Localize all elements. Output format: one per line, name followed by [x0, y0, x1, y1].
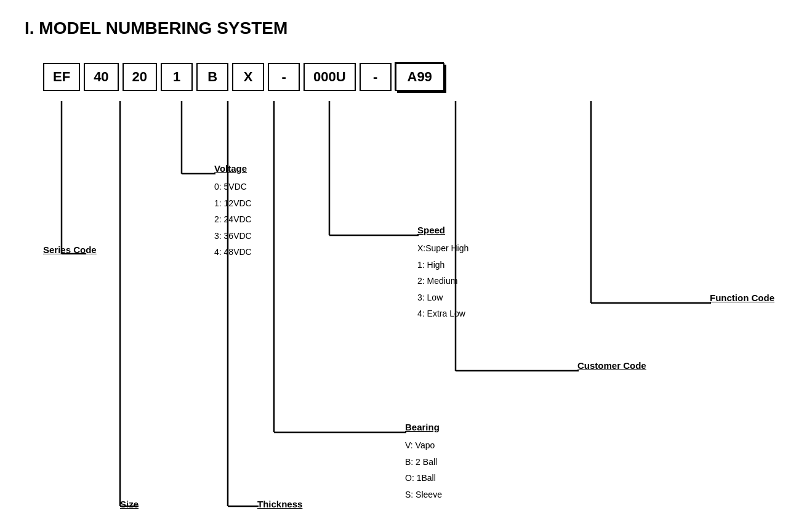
model-box-ef: EF — [43, 63, 80, 91]
model-box-40: 40 — [84, 63, 118, 91]
model-box-a99: A99 — [395, 63, 444, 91]
model-boxes-row: EF 40 20 1 B X - 000U - A99 — [43, 63, 447, 91]
model-box-dash2: - — [360, 63, 392, 91]
size-label: Size — [120, 499, 139, 509]
diagram-area: EF 40 20 1 B X - 000U - A99 Series Code … — [25, 63, 788, 529]
voltage-label: Voltage 0: 5VDC 1: 12VDC 2: 24VDC 3: 36V… — [214, 163, 252, 260]
model-box-20: 20 — [123, 63, 157, 91]
customer-code-label: Customer Code — [577, 360, 646, 371]
thickness-label: Thickness — [257, 499, 302, 509]
speed-label: Speed X:Super High 1: High 2: Medium 3: … — [417, 225, 468, 322]
model-box-1: 1 — [161, 63, 193, 91]
model-box-000u: 000U — [303, 63, 356, 91]
bearing-label: Bearing V: Vapo B: 2 Ball O: 1Ball S: Sl… — [405, 422, 442, 503]
model-box-x: X — [232, 63, 264, 91]
function-code-label: Function Code — [710, 293, 774, 303]
page-title: I. MODEL NUMBERING SYSTEM — [25, 18, 787, 38]
series-code-label: Series Code — [43, 244, 97, 255]
model-box-dash1: - — [268, 63, 300, 91]
model-box-b: B — [196, 63, 228, 91]
